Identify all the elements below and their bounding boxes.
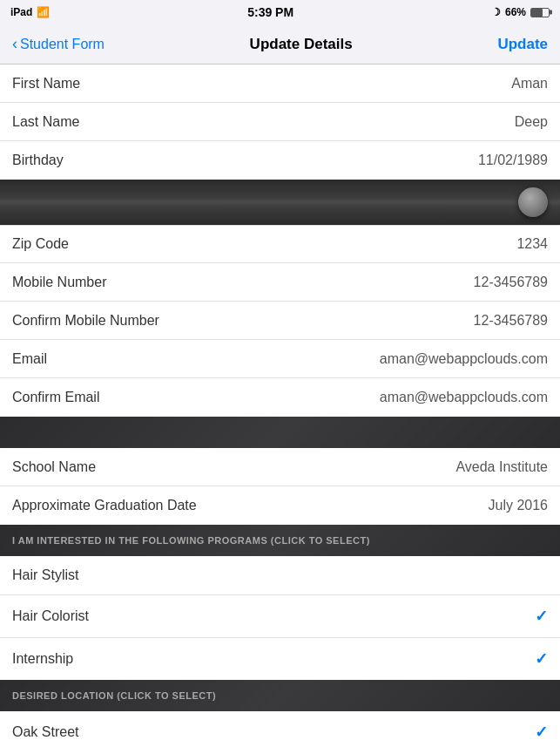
graduation-date-row[interactable]: Approximate Graduation Date July 2016 xyxy=(0,486,560,525)
internship-check-icon: ✓ xyxy=(535,649,548,669)
program-internship[interactable]: Internship ✓ xyxy=(0,638,560,680)
oak-street-check-icon: ✓ xyxy=(535,723,548,742)
locations-header-text: DESIRED LOCATION (CLICK TO SELECT) xyxy=(12,690,216,701)
hair-stylist-label: Hair Stylist xyxy=(12,567,78,583)
oak-street-label: Oak Street xyxy=(12,724,78,740)
back-button[interactable]: ‹ Student Form xyxy=(12,35,105,53)
back-chevron-icon: ‹ xyxy=(12,35,17,53)
battery-percent: 66% xyxy=(505,6,526,18)
status-right: ☽ 66% xyxy=(491,6,550,18)
graduation-date-label: Approximate Graduation Date xyxy=(12,498,197,513)
school-name-row[interactable]: School Name Aveda Institute xyxy=(0,448,560,486)
email-value: aman@webappclouds.com xyxy=(380,351,548,367)
hair-colorist-label: Hair Colorist xyxy=(12,608,89,624)
first-name-value: Aman xyxy=(511,76,548,92)
hair-colorist-check-icon: ✓ xyxy=(535,607,548,626)
status-time: 5:39 PM xyxy=(247,5,293,19)
status-bar: iPad 📶 5:39 PM ☽ 66% xyxy=(0,0,560,24)
birthday-value: 11/02/1989 xyxy=(478,153,548,168)
last-name-label: Last Name xyxy=(12,114,79,130)
update-button[interactable]: Update xyxy=(497,36,548,53)
email-label: Email xyxy=(12,351,47,367)
zip-code-value: 1234 xyxy=(516,236,548,252)
programs-header-text: I AM INTERESTED IN THE FOLLOWING PROGRAM… xyxy=(12,535,370,546)
internship-label: Internship xyxy=(12,651,73,667)
school-name-label: School Name xyxy=(12,459,96,475)
carrier-label: iPad xyxy=(10,6,32,18)
moon-icon: ☽ xyxy=(491,6,501,18)
personal-info-section: First Name Aman Last Name Deep Birthday … xyxy=(0,65,560,417)
school-name-value: Aveda Institute xyxy=(455,459,548,475)
programs-list: Hair Stylist Hair Colorist ✓ Internship … xyxy=(0,556,560,680)
battery-icon xyxy=(530,8,550,17)
zip-code-row[interactable]: Zip Code 1234 xyxy=(0,225,560,263)
confirm-email-row[interactable]: Confirm Email aman@webappclouds.com xyxy=(0,378,560,417)
page-title: Update Details xyxy=(250,36,353,53)
first-name-row[interactable]: First Name Aman xyxy=(0,65,560,103)
zip-code-label: Zip Code xyxy=(12,236,69,252)
program-hair-stylist[interactable]: Hair Stylist xyxy=(0,556,560,595)
last-name-value: Deep xyxy=(515,114,548,130)
last-name-row[interactable]: Last Name Deep xyxy=(0,103,560,141)
picker-knob[interactable] xyxy=(518,187,548,217)
school-section-divider xyxy=(0,417,560,448)
confirm-email-value: aman@webappclouds.com xyxy=(380,390,548,405)
mobile-number-value: 12-3456789 xyxy=(474,275,548,290)
confirm-mobile-label: Confirm Mobile Number xyxy=(12,313,159,329)
mobile-number-row[interactable]: Mobile Number 12-3456789 xyxy=(0,263,560,302)
first-name-label: First Name xyxy=(12,76,80,92)
status-left: iPad 📶 xyxy=(10,6,50,18)
locations-list: Oak Street ✓ Deerfield ✓ Oakbrook ✓ xyxy=(0,711,560,747)
confirm-mobile-value: 12-3456789 xyxy=(474,313,548,329)
location-oak-street[interactable]: Oak Street ✓ xyxy=(0,711,560,747)
back-label: Student Form xyxy=(20,37,105,52)
birthday-label: Birthday xyxy=(12,153,64,168)
confirm-mobile-row[interactable]: Confirm Mobile Number 12-3456789 xyxy=(0,302,560,340)
nav-bar: ‹ Student Form Update Details Update xyxy=(0,24,560,65)
wifi-icon: 📶 xyxy=(37,6,50,18)
graduation-date-value: July 2016 xyxy=(489,498,549,513)
confirm-email-label: Confirm Email xyxy=(12,390,99,405)
school-section: School Name Aveda Institute Approximate … xyxy=(0,448,560,525)
birthday-row[interactable]: Birthday 11/02/1989 xyxy=(0,141,560,225)
email-row[interactable]: Email aman@webappclouds.com xyxy=(0,340,560,378)
program-hair-colorist[interactable]: Hair Colorist ✓ xyxy=(0,595,560,638)
locations-section-header: DESIRED LOCATION (CLICK TO SELECT) xyxy=(0,680,560,711)
programs-section-header: I AM INTERESTED IN THE FOLLOWING PROGRAM… xyxy=(0,525,560,556)
mobile-number-label: Mobile Number xyxy=(12,275,106,290)
birthday-picker[interactable] xyxy=(0,180,560,225)
